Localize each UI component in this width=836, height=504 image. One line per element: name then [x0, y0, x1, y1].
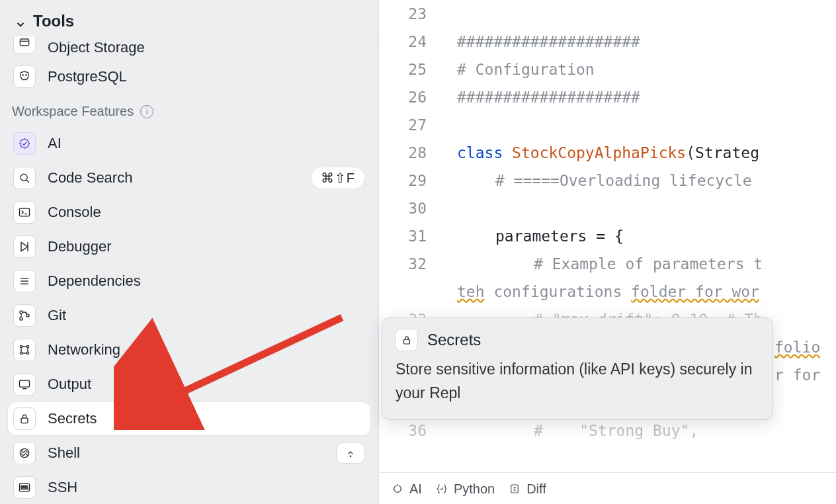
tools-title: Tools	[33, 12, 74, 30]
ai-icon	[391, 482, 404, 495]
svg-rect-0	[20, 39, 28, 46]
sidebar-item-output[interactable]: Output	[8, 368, 370, 401]
sidebar-item-dependencies[interactable]: Dependencies	[8, 265, 370, 298]
line-content[interactable]: teh configurations folder for wor	[444, 278, 836, 306]
line-number: 25	[379, 56, 444, 83]
line-number: 29	[379, 167, 444, 194]
sidebar-item-ai[interactable]: AI	[8, 127, 370, 160]
code-line[interactable]: teh configurations folder for wor	[379, 278, 836, 306]
line-content[interactable]: # "Strong Buy",	[444, 417, 836, 444]
postgresql-icon	[13, 65, 36, 88]
svg-point-2	[22, 75, 23, 75]
object-storage-icon	[13, 36, 36, 54]
line-content[interactable]	[444, 111, 836, 139]
lock-icon	[396, 329, 418, 351]
statusbar-diff[interactable]: Diff	[508, 475, 546, 503]
line-content[interactable]: ####################	[444, 83, 836, 111]
line-content[interactable]	[444, 0, 836, 28]
svg-rect-33	[26, 486, 28, 487]
code-line[interactable]: 29# =====Overloading lifecycle	[379, 167, 836, 194]
line-content[interactable]	[444, 194, 836, 222]
sidebar: Tools Object Storage PostgreSQL Workspac…	[0, 0, 378, 504]
statusbar-ai[interactable]: AI	[391, 475, 422, 503]
braces-check-icon	[435, 482, 448, 495]
code-line[interactable]: 30	[379, 194, 836, 222]
status-bar: AI Python Diff	[379, 472, 836, 504]
sidebar-item-code-search[interactable]: Code Search ⌘⇧F	[8, 161, 370, 194]
line-number	[379, 278, 444, 306]
tooltip-body: Store sensitive information (like API ke…	[396, 358, 758, 405]
search-icon	[13, 167, 36, 189]
chevron-up-dot-icon[interactable]	[336, 442, 365, 464]
svg-point-17	[20, 345, 22, 347]
svg-rect-31	[21, 486, 23, 487]
sidebar-item-object-storage[interactable]: Object Storage	[8, 36, 370, 59]
sidebar-item-git[interactable]: Git	[8, 299, 370, 332]
dependencies-icon	[13, 270, 36, 292]
svg-point-18	[26, 345, 28, 347]
shortcut-badge: ⌘⇧F	[311, 167, 365, 189]
svg-point-16	[26, 314, 29, 317]
svg-point-35	[394, 485, 401, 492]
sidebar-item-secrets[interactable]: Secrets	[8, 402, 370, 435]
line-content[interactable]: # Configuration	[444, 56, 836, 83]
sidebar-item-shell[interactable]: Shell	[8, 437, 370, 470]
sidebar-item-label: Output	[48, 376, 365, 393]
code-line[interactable]: 36# "Strong Buy",	[379, 417, 836, 444]
line-content[interactable]: # =====Overloading lifecycle	[444, 167, 836, 194]
svg-marker-9	[21, 242, 28, 251]
line-content[interactable]: ####################	[444, 28, 836, 56]
svg-rect-25	[20, 380, 30, 387]
line-number: 26	[379, 83, 444, 111]
code-line[interactable]: 25# Configuration	[379, 56, 836, 83]
line-content[interactable]: parameters = {	[444, 222, 836, 250]
sidebar-item-label: Dependencies	[48, 273, 365, 290]
code-line[interactable]: 23	[379, 0, 836, 28]
sidebar-item-label: Git	[48, 307, 365, 324]
info-icon[interactable]: i	[140, 105, 153, 118]
code-line[interactable]: 31parameters = {	[379, 222, 836, 250]
svg-rect-34	[21, 488, 28, 489]
code-line[interactable]: 27	[379, 111, 836, 139]
sidebar-item-label: Object Storage	[48, 39, 365, 56]
line-content[interactable]: class StockCopyAlphaPicks(Strateg	[444, 139, 836, 167]
chevron-down-icon	[15, 16, 26, 28]
svg-point-3	[26, 75, 26, 75]
code-line[interactable]: 24####################	[379, 28, 836, 56]
sidebar-item-label: Secrets	[48, 410, 365, 427]
networking-icon	[13, 339, 36, 361]
svg-line-6	[26, 180, 29, 183]
sidebar-item-label: Networking	[48, 341, 365, 358]
sidebar-item-debugger[interactable]: Debugger	[8, 230, 370, 263]
console-icon	[13, 201, 36, 224]
ai-icon	[13, 132, 36, 155]
code-editor[interactable]: 2324####################25# Configuratio…	[378, 0, 836, 504]
svg-point-15	[20, 317, 22, 320]
line-number: 30	[379, 194, 444, 222]
statusbar-python[interactable]: Python	[435, 475, 495, 503]
line-content[interactable]: # Example of parameters t	[444, 250, 836, 278]
line-number: 32	[379, 250, 444, 278]
sidebar-item-console[interactable]: Console	[8, 196, 370, 229]
code-line[interactable]: 26####################	[379, 83, 836, 111]
tooltip-title: Secrets	[427, 331, 481, 349]
sidebar-item-label: SSH	[48, 479, 365, 496]
code-line[interactable]: 32# Example of parameters t	[379, 250, 836, 278]
ssh-icon	[13, 476, 36, 499]
code-line[interactable]: 28class StockCopyAlphaPicks(Strateg	[379, 139, 836, 167]
svg-point-4	[20, 139, 28, 147]
svg-point-19	[20, 352, 22, 354]
line-number: 31	[379, 222, 444, 250]
debugger-icon	[13, 235, 36, 258]
sidebar-item-ssh[interactable]: SSH	[8, 471, 370, 504]
tools-header[interactable]: Tools	[0, 7, 378, 40]
line-number: 28	[379, 139, 444, 167]
output-icon	[13, 373, 36, 396]
svg-point-28	[20, 448, 28, 457]
svg-point-20	[26, 352, 28, 354]
sidebar-item-postgresql[interactable]: PostgreSQL	[8, 60, 370, 93]
svg-rect-30	[20, 483, 30, 491]
svg-rect-32	[23, 486, 25, 487]
sidebar-item-networking[interactable]: Networking	[8, 333, 370, 366]
git-icon	[13, 304, 36, 327]
